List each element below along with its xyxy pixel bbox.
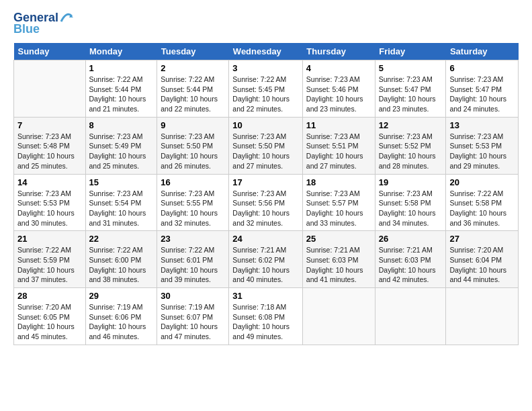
calendar-cell: 24Sunrise: 7:21 AM Sunset: 6:02 PM Dayli… (229, 231, 303, 288)
day-number: 24 (232, 234, 299, 244)
calendar-cell: 11Sunrise: 7:23 AM Sunset: 5:51 PM Dayli… (302, 117, 375, 174)
day-number: 15 (89, 177, 154, 187)
calendar-header-row: SundayMondayTuesdayWednesdayThursdayFrid… (14, 43, 519, 60)
day-number: 19 (379, 177, 443, 187)
day-info: Sunrise: 7:23 AM Sunset: 5:50 PM Dayligh… (232, 132, 299, 171)
day-number: 27 (449, 234, 515, 244)
day-info: Sunrise: 7:22 AM Sunset: 5:44 PM Dayligh… (161, 75, 225, 114)
calendar-cell: 23Sunrise: 7:22 AM Sunset: 6:01 PM Dayli… (157, 231, 229, 288)
day-number: 9 (161, 120, 225, 130)
calendar-cell (446, 288, 519, 345)
calendar-cell: 28Sunrise: 7:20 AM Sunset: 6:05 PM Dayli… (14, 288, 86, 345)
day-info: Sunrise: 7:19 AM Sunset: 6:06 PM Dayligh… (89, 302, 154, 342)
calendar-cell: 20Sunrise: 7:22 AM Sunset: 5:58 PM Dayli… (446, 174, 519, 231)
day-number: 12 (379, 120, 443, 130)
day-info: Sunrise: 7:23 AM Sunset: 5:51 PM Dayligh… (306, 132, 371, 171)
day-info: Sunrise: 7:23 AM Sunset: 5:50 PM Dayligh… (161, 132, 225, 171)
day-number: 31 (232, 291, 299, 301)
weekday-header-thursday: Thursday (302, 43, 375, 60)
day-number: 4 (306, 63, 371, 73)
calendar-week-2: 7Sunrise: 7:23 AM Sunset: 5:48 PM Daylig… (14, 117, 519, 174)
day-number: 1 (89, 63, 154, 73)
calendar-cell: 22Sunrise: 7:22 AM Sunset: 6:00 PM Dayli… (85, 231, 157, 288)
logo-swoosh-icon (60, 12, 73, 24)
day-number: 20 (449, 177, 515, 187)
calendar-cell (375, 288, 446, 345)
day-info: Sunrise: 7:22 AM Sunset: 6:01 PM Dayligh… (161, 245, 225, 285)
day-info: Sunrise: 7:21 AM Sunset: 6:02 PM Dayligh… (232, 245, 299, 285)
day-info: Sunrise: 7:22 AM Sunset: 5:58 PM Dayligh… (449, 189, 515, 228)
day-number: 11 (306, 120, 371, 130)
calendar-cell: 1Sunrise: 7:22 AM Sunset: 5:44 PM Daylig… (85, 60, 157, 118)
day-number: 8 (89, 120, 154, 130)
day-number: 14 (17, 177, 82, 187)
day-info: Sunrise: 7:22 AM Sunset: 5:59 PM Dayligh… (17, 245, 82, 285)
day-number: 28 (17, 291, 82, 301)
day-number: 30 (161, 291, 225, 301)
calendar-cell: 30Sunrise: 7:19 AM Sunset: 6:07 PM Dayli… (157, 288, 229, 345)
day-number: 2 (161, 63, 225, 73)
calendar-cell: 27Sunrise: 7:20 AM Sunset: 6:04 PM Dayli… (446, 231, 519, 288)
day-info: Sunrise: 7:23 AM Sunset: 5:49 PM Dayligh… (89, 132, 154, 171)
day-info: Sunrise: 7:21 AM Sunset: 6:03 PM Dayligh… (306, 245, 371, 285)
weekday-header-saturday: Saturday (446, 43, 519, 60)
page: General Blue SundayMondayTuesdayWednesda… (0, 0, 532, 352)
calendar-week-4: 21Sunrise: 7:22 AM Sunset: 5:59 PM Dayli… (14, 231, 519, 288)
day-info: Sunrise: 7:23 AM Sunset: 5:53 PM Dayligh… (17, 189, 82, 228)
calendar-cell: 18Sunrise: 7:23 AM Sunset: 5:57 PM Dayli… (302, 174, 375, 231)
calendar-cell: 29Sunrise: 7:19 AM Sunset: 6:06 PM Dayli… (85, 288, 157, 345)
calendar-cell: 15Sunrise: 7:23 AM Sunset: 5:54 PM Dayli… (85, 174, 157, 231)
calendar-cell: 10Sunrise: 7:23 AM Sunset: 5:50 PM Dayli… (229, 117, 303, 174)
day-info: Sunrise: 7:23 AM Sunset: 5:57 PM Dayligh… (306, 189, 371, 228)
day-number: 25 (306, 234, 371, 244)
calendar-cell: 3Sunrise: 7:22 AM Sunset: 5:45 PM Daylig… (229, 60, 303, 118)
logo-wordmark: General Blue (13, 11, 73, 36)
day-info: Sunrise: 7:22 AM Sunset: 5:45 PM Dayligh… (232, 75, 299, 114)
day-number: 18 (306, 177, 371, 187)
calendar-cell: 8Sunrise: 7:23 AM Sunset: 5:49 PM Daylig… (85, 117, 157, 174)
day-info: Sunrise: 7:23 AM Sunset: 5:54 PM Dayligh… (89, 189, 154, 228)
day-number: 5 (379, 63, 443, 73)
day-info: Sunrise: 7:23 AM Sunset: 5:47 PM Dayligh… (449, 75, 515, 114)
day-number: 7 (17, 120, 82, 130)
day-info: Sunrise: 7:23 AM Sunset: 5:46 PM Dayligh… (306, 75, 371, 114)
calendar-cell: 21Sunrise: 7:22 AM Sunset: 5:59 PM Dayli… (14, 231, 86, 288)
day-number: 23 (161, 234, 225, 244)
calendar-cell: 9Sunrise: 7:23 AM Sunset: 5:50 PM Daylig… (157, 117, 229, 174)
day-number: 10 (232, 120, 299, 130)
calendar-table: SundayMondayTuesdayWednesdayThursdayFrid… (13, 43, 519, 345)
day-info: Sunrise: 7:23 AM Sunset: 5:56 PM Dayligh… (232, 189, 299, 228)
day-number: 22 (89, 234, 154, 244)
calendar-cell: 26Sunrise: 7:21 AM Sunset: 6:03 PM Dayli… (375, 231, 446, 288)
weekday-header-sunday: Sunday (14, 43, 86, 60)
calendar-cell: 4Sunrise: 7:23 AM Sunset: 5:46 PM Daylig… (302, 60, 375, 118)
calendar-cell: 17Sunrise: 7:23 AM Sunset: 5:56 PM Dayli… (229, 174, 303, 231)
weekday-header-monday: Monday (85, 43, 157, 60)
day-info: Sunrise: 7:23 AM Sunset: 5:52 PM Dayligh… (379, 132, 443, 171)
calendar-cell: 31Sunrise: 7:18 AM Sunset: 6:08 PM Dayli… (229, 288, 303, 345)
day-number: 17 (232, 177, 299, 187)
weekday-header-wednesday: Wednesday (229, 43, 303, 60)
day-info: Sunrise: 7:23 AM Sunset: 5:58 PM Dayligh… (379, 189, 443, 228)
day-number: 6 (449, 63, 515, 73)
calendar-cell (302, 288, 375, 345)
calendar-cell (14, 60, 86, 118)
day-number: 13 (449, 120, 515, 130)
calendar-cell: 12Sunrise: 7:23 AM Sunset: 5:52 PM Dayli… (375, 117, 446, 174)
logo: General Blue (13, 11, 73, 36)
day-number: 3 (232, 63, 299, 73)
day-info: Sunrise: 7:23 AM Sunset: 5:48 PM Dayligh… (17, 132, 82, 171)
calendar-cell: 14Sunrise: 7:23 AM Sunset: 5:53 PM Dayli… (14, 174, 86, 231)
calendar-cell: 7Sunrise: 7:23 AM Sunset: 5:48 PM Daylig… (14, 117, 86, 174)
day-info: Sunrise: 7:22 AM Sunset: 5:44 PM Dayligh… (89, 75, 154, 114)
day-info: Sunrise: 7:22 AM Sunset: 6:00 PM Dayligh… (89, 245, 154, 285)
day-info: Sunrise: 7:23 AM Sunset: 5:53 PM Dayligh… (449, 132, 515, 171)
weekday-header-friday: Friday (375, 43, 446, 60)
calendar-week-5: 28Sunrise: 7:20 AM Sunset: 6:05 PM Dayli… (14, 288, 519, 345)
calendar-cell: 13Sunrise: 7:23 AM Sunset: 5:53 PM Dayli… (446, 117, 519, 174)
calendar-week-1: 1Sunrise: 7:22 AM Sunset: 5:44 PM Daylig… (14, 60, 519, 118)
day-info: Sunrise: 7:20 AM Sunset: 6:05 PM Dayligh… (17, 302, 82, 342)
calendar-cell: 6Sunrise: 7:23 AM Sunset: 5:47 PM Daylig… (446, 60, 519, 118)
calendar-cell: 2Sunrise: 7:22 AM Sunset: 5:44 PM Daylig… (157, 60, 229, 118)
weekday-header-tuesday: Tuesday (157, 43, 229, 60)
